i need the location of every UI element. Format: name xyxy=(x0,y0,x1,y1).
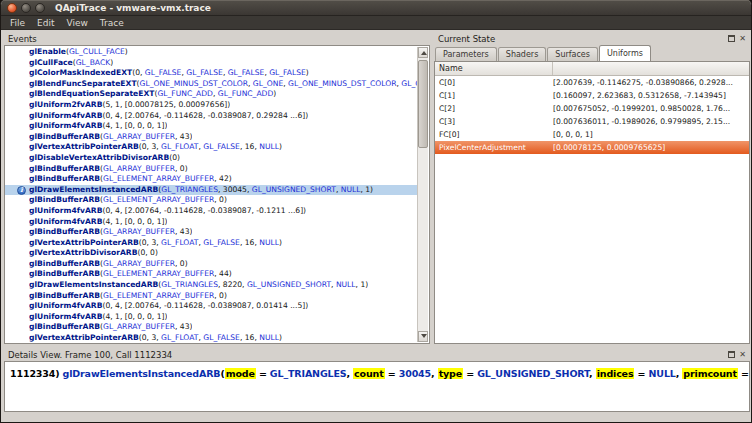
call-text: glDrawElementsInstancedARB(GL_TRIANGLES,… xyxy=(29,280,368,291)
event-row[interactable]: glUniform4fvARB(0, 4, [2.00764, -0.11462… xyxy=(5,111,417,122)
close-window-button[interactable] xyxy=(7,3,17,13)
event-row[interactable]: glVertexAttribPointerARB(0, 3, GL_FLOAT,… xyxy=(5,142,417,153)
uniform-name: C[0] xyxy=(435,78,553,87)
tab-shaders[interactable]: Shaders xyxy=(498,47,547,61)
state-panel-header: Current State ✕ xyxy=(434,32,750,45)
row-gutter xyxy=(5,142,29,153)
event-row[interactable]: glUniform4fvARB(0, 4, [2.00764, -0.11462… xyxy=(5,301,417,312)
events-panel: Events glEnable(GL_CULL_FACE)glCullFace(… xyxy=(4,32,430,344)
events-scrollbar[interactable] xyxy=(417,47,428,342)
row-gutter xyxy=(5,227,29,238)
call-text: glDrawElementsInstancedARB(GL_TRIANGLES,… xyxy=(29,185,373,196)
event-row[interactable]: glCullFace(GL_BACK) xyxy=(5,58,417,69)
menu-bar: FileEditViewTrace xyxy=(1,16,751,30)
event-row[interactable]: glBindBufferARB(GL_ARRAY_BUFFER, 43) xyxy=(5,322,417,333)
event-row[interactable]: glDisableVertexAttribDivisorARB(0) xyxy=(5,153,417,164)
uniform-row[interactable]: C[3][0.007636011, -0.1989026, 0.9799895,… xyxy=(435,115,749,128)
event-row[interactable]: glEnable(GL_CULL_FACE) xyxy=(5,47,417,58)
event-row[interactable]: glBindBufferARB(GL_ARRAY_BUFFER, 43) xyxy=(5,227,417,238)
uniform-row[interactable]: C[0][2.007639, -0.1146275, -0.03890866, … xyxy=(435,76,749,89)
uniform-row[interactable]: C[1][0.160097, 2.623683, 0.5312658, -7.1… xyxy=(435,89,749,102)
call-text: glVertexAttribPointerARB(0, 3, GL_FLOAT,… xyxy=(29,238,282,249)
info-icon: i xyxy=(5,185,29,196)
uniform-value: [0, 0, 0, 1] xyxy=(553,130,749,139)
tab-surfaces[interactable]: Surfaces xyxy=(547,47,598,61)
event-row[interactable]: glDrawElementsInstancedARB(GL_TRIANGLES,… xyxy=(5,280,417,291)
row-gutter xyxy=(5,217,29,228)
row-gutter xyxy=(5,206,29,217)
column-header-name[interactable]: Name xyxy=(435,62,553,75)
call-text: glUniform4fvARB(0, 4, [2.00764, -0.11462… xyxy=(29,301,308,312)
menu-item-trace[interactable]: Trace xyxy=(94,18,130,28)
uniform-name: C[1] xyxy=(435,91,553,100)
scroll-down-arrow[interactable] xyxy=(418,331,428,342)
row-gutter xyxy=(5,269,29,280)
float-dock-icon[interactable] xyxy=(728,351,735,358)
uniform-name: FC[0] xyxy=(435,130,553,139)
event-row[interactable]: glBindBufferARB(GL_ELEMENT_ARRAY_BUFFER,… xyxy=(5,291,417,302)
call-text: glBindBufferARB(GL_ELEMENT_ARRAY_BUFFER,… xyxy=(29,291,227,302)
event-row[interactable]: glVertexAttribPointerARB(0, 3, GL_FLOAT,… xyxy=(5,333,417,342)
event-row[interactable]: glVertexAttribPointerARB(0, 3, GL_FLOAT,… xyxy=(5,238,417,249)
close-dock-icon[interactable]: ✕ xyxy=(739,35,746,43)
event-row[interactable]: glBindBufferARB(GL_ELEMENT_ARRAY_BUFFER,… xyxy=(5,269,417,280)
title-bar: QApiTrace - vmware-vmx.trace xyxy=(1,0,751,16)
scroll-thumb[interactable] xyxy=(418,60,428,148)
call-text: glUniform4fvARB(0, 4, [2.00764, -0.11462… xyxy=(29,111,308,122)
uniform-row[interactable]: FC[0][0, 0, 0, 1] xyxy=(435,128,749,141)
details-panel: Details View. Frame 100, Call 1112334 ✕ … xyxy=(4,348,750,412)
event-row[interactable]: glUniform4fvARB(4, 1, [0, 0, 0, 1]) xyxy=(5,217,417,228)
call-text: glUniform4fvARB(4, 1, [0, 0, 0, 1]) xyxy=(29,121,167,132)
window-title: QApiTrace - vmware-vmx.trace xyxy=(55,3,211,13)
event-row[interactable]: glBindBufferARB(GL_ELEMENT_ARRAY_BUFFER,… xyxy=(5,195,417,206)
float-dock-icon[interactable] xyxy=(728,35,735,42)
event-row[interactable]: glBindBufferARB(GL_ARRAY_BUFFER, 0) xyxy=(5,259,417,270)
call-text: glEnable(GL_CULL_FACE) xyxy=(29,47,128,58)
tab-uniforms[interactable]: Uniforms xyxy=(599,45,651,61)
event-row[interactable]: glUniform4fvARB(0, 4, [2.00764, -0.11462… xyxy=(5,206,417,217)
event-row[interactable]: glColorMaskIndexedEXT(0, GL_FALSE, GL_FA… xyxy=(5,68,417,79)
uniform-name: C[2] xyxy=(435,104,553,113)
details-call: 1112334) glDrawElementsInstancedARB(mode… xyxy=(5,362,749,385)
uniform-row[interactable]: C[2][0.007675052, -0.1999201, 0.9850028,… xyxy=(435,102,749,115)
event-row[interactable]: glUniform4fvARB(4, 1, [0, 0, 0, 1]) xyxy=(5,312,417,323)
uniform-value: [0.160097, 2.623683, 0.5312658, -7.14394… xyxy=(553,91,749,100)
scroll-up-arrow[interactable] xyxy=(418,47,428,58)
call-text: glCullFace(GL_BACK) xyxy=(29,58,113,69)
uniform-value: [0.007636011, -0.1989026, 0.9799895, 2.1… xyxy=(553,117,749,126)
menu-item-edit[interactable]: Edit xyxy=(31,18,60,28)
call-text: glBindBufferARB(GL_ARRAY_BUFFER, 0) xyxy=(29,259,188,270)
row-gutter xyxy=(5,174,29,185)
minimize-window-button[interactable] xyxy=(21,3,31,13)
event-row[interactable]: glUniform2fvARB(5, 1, [0.00078125, 0.000… xyxy=(5,100,417,111)
event-row[interactable]: glBindBufferARB(GL_ELEMENT_ARRAY_BUFFER,… xyxy=(5,174,417,185)
row-gutter xyxy=(5,58,29,69)
call-text: glBlendEquationSeparateEXT(GL_FUNC_ADD, … xyxy=(29,89,276,100)
uniform-name: C[3] xyxy=(435,117,553,126)
maximize-window-button[interactable] xyxy=(35,3,45,13)
call-text: glBindBufferARB(GL_ELEMENT_ARRAY_BUFFER,… xyxy=(29,174,232,185)
event-row[interactable]: iglDrawElementsInstancedARB(GL_TRIANGLES… xyxy=(5,185,417,196)
row-gutter xyxy=(5,291,29,302)
event-row[interactable]: glBlendFuncSeparateEXT(GL_ONE_MINUS_DST_… xyxy=(5,79,417,90)
event-row[interactable]: glBindBufferARB(GL_ARRAY_BUFFER, 43) xyxy=(5,132,417,143)
event-row[interactable]: glBlendEquationSeparateEXT(GL_FUNC_ADD, … xyxy=(5,89,417,100)
row-gutter xyxy=(5,195,29,206)
row-gutter xyxy=(5,280,29,291)
event-row[interactable]: glUniform4fvARB(4, 1, [0, 0, 0, 1]) xyxy=(5,121,417,132)
state-panel-title: Current State xyxy=(438,34,724,44)
uniform-row[interactable]: PixelCenterAdjustment[0.00078125, 0.0009… xyxy=(435,141,749,154)
tab-parameters[interactable]: Parameters xyxy=(435,47,497,61)
event-row[interactable]: glBindBufferARB(GL_ARRAY_BUFFER, 0) xyxy=(5,164,417,175)
call-text: glBindBufferARB(GL_ARRAY_BUFFER, 43) xyxy=(29,132,192,143)
call-text: glBindBufferARB(GL_ELEMENT_ARRAY_BUFFER,… xyxy=(29,269,232,280)
row-gutter xyxy=(5,47,29,58)
menu-item-view[interactable]: View xyxy=(61,18,94,28)
column-header-value[interactable] xyxy=(553,62,749,75)
call-text: glVertexAttribPointerARB(0, 3, GL_FLOAT,… xyxy=(29,142,282,153)
menu-item-file[interactable]: File xyxy=(4,18,31,28)
event-row[interactable]: glVertexAttribDivisorARB(0, 0) xyxy=(5,248,417,259)
uniforms-body: C[0][2.007639, -0.1146275, -0.03890866, … xyxy=(435,76,749,154)
events-list-frame: glEnable(GL_CULL_FACE)glCullFace(GL_BACK… xyxy=(4,45,430,344)
close-dock-icon[interactable]: ✕ xyxy=(739,351,746,359)
